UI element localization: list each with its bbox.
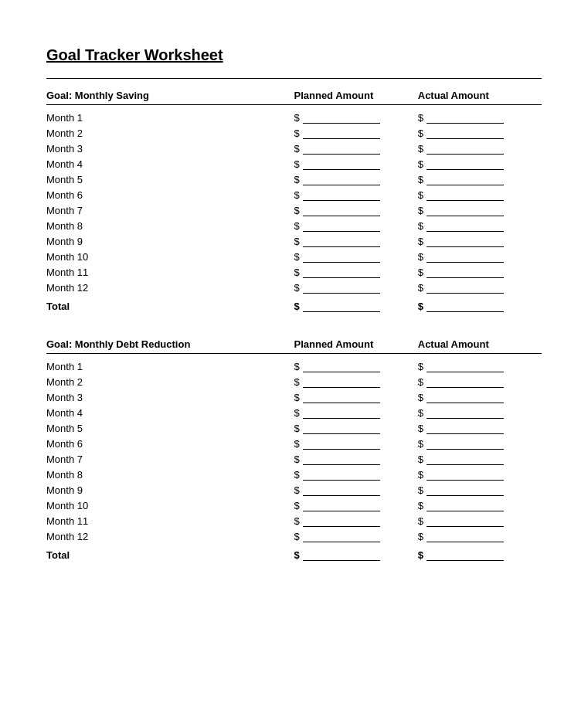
actual-field-monthly-debt-12[interactable]: $: [418, 530, 542, 542]
planned-field-monthly-debt-3[interactable]: $: [294, 391, 418, 403]
actual-field-monthly-debt-8[interactable]: $: [418, 468, 542, 481]
planned-input-line[interactable]: [303, 204, 380, 216]
planned-input-line[interactable]: [303, 360, 380, 372]
planned-field-monthly-saving-2[interactable]: $: [294, 127, 418, 139]
planned-field-monthly-debt-12[interactable]: $: [294, 530, 418, 542]
actual-input-line[interactable]: [427, 266, 504, 278]
total-planned-line[interactable]: [303, 300, 380, 312]
planned-input-line[interactable]: [303, 437, 380, 450]
planned-input-line[interactable]: [303, 391, 380, 403]
planned-input-line[interactable]: [303, 422, 380, 434]
actual-field-monthly-saving-12[interactable]: $: [418, 281, 542, 294]
actual-input-line[interactable]: [427, 453, 504, 465]
planned-field-monthly-debt-9[interactable]: $: [294, 484, 418, 496]
actual-input-line[interactable]: [427, 499, 504, 511]
total-actual-line[interactable]: [427, 549, 504, 561]
planned-field-monthly-saving-4[interactable]: $: [294, 158, 418, 170]
actual-input-line[interactable]: [427, 391, 504, 403]
actual-field-monthly-saving-11[interactable]: $: [418, 266, 542, 278]
planned-field-monthly-saving-6[interactable]: $: [294, 189, 418, 201]
planned-input-line[interactable]: [303, 111, 380, 124]
actual-input-line[interactable]: [427, 530, 504, 542]
planned-field-monthly-debt-10[interactable]: $: [294, 499, 418, 511]
planned-field-monthly-debt-5[interactable]: $: [294, 422, 418, 434]
actual-input-line[interactable]: [427, 189, 504, 201]
actual-field-monthly-saving-7[interactable]: $: [418, 204, 542, 216]
actual-input-line[interactable]: [427, 250, 504, 263]
planned-input-line[interactable]: [303, 530, 380, 542]
planned-input-line[interactable]: [303, 127, 380, 139]
actual-field-monthly-debt-2[interactable]: $: [418, 375, 542, 388]
actual-field-monthly-saving-9[interactable]: $: [418, 235, 542, 247]
planned-input-line[interactable]: [303, 499, 380, 511]
total-actual-line[interactable]: [427, 300, 504, 312]
actual-field-monthly-debt-11[interactable]: $: [418, 515, 542, 527]
actual-field-monthly-saving-1[interactable]: $: [418, 111, 542, 124]
actual-field-monthly-debt-7[interactable]: $: [418, 453, 542, 465]
actual-input-line[interactable]: [427, 515, 504, 527]
actual-field-monthly-saving-5[interactable]: $: [418, 173, 542, 185]
actual-field-monthly-saving-8[interactable]: $: [418, 219, 542, 232]
planned-field-monthly-saving-11[interactable]: $: [294, 266, 418, 278]
planned-input-line[interactable]: [303, 219, 380, 232]
actual-field-monthly-saving-4[interactable]: $: [418, 158, 542, 170]
planned-input-line[interactable]: [303, 515, 380, 527]
planned-field-monthly-saving-9[interactable]: $: [294, 235, 418, 247]
total-planned-monthly-debt[interactable]: $: [294, 549, 418, 561]
total-planned-monthly-saving[interactable]: $: [294, 300, 418, 312]
actual-field-monthly-debt-10[interactable]: $: [418, 499, 542, 511]
planned-input-line[interactable]: [303, 453, 380, 465]
actual-field-monthly-saving-3[interactable]: $: [418, 142, 542, 155]
actual-field-monthly-saving-6[interactable]: $: [418, 189, 542, 201]
planned-field-monthly-debt-6[interactable]: $: [294, 437, 418, 450]
planned-input-line[interactable]: [303, 406, 380, 419]
actual-input-line[interactable]: [427, 173, 504, 185]
planned-field-monthly-saving-12[interactable]: $: [294, 281, 418, 294]
planned-field-monthly-debt-7[interactable]: $: [294, 453, 418, 465]
actual-input-line[interactable]: [427, 484, 504, 496]
actual-field-monthly-debt-4[interactable]: $: [418, 406, 542, 419]
actual-input-line[interactable]: [427, 422, 504, 434]
actual-field-monthly-debt-6[interactable]: $: [418, 437, 542, 450]
actual-input-line[interactable]: [427, 360, 504, 372]
planned-field-monthly-debt-11[interactable]: $: [294, 515, 418, 527]
total-actual-monthly-debt[interactable]: $: [418, 549, 542, 561]
total-actual-monthly-saving[interactable]: $: [418, 300, 542, 312]
planned-input-line[interactable]: [303, 142, 380, 155]
actual-input-line[interactable]: [427, 281, 504, 294]
planned-input-line[interactable]: [303, 235, 380, 247]
planned-field-monthly-debt-2[interactable]: $: [294, 375, 418, 388]
planned-field-monthly-debt-8[interactable]: $: [294, 468, 418, 481]
planned-field-monthly-saving-10[interactable]: $: [294, 250, 418, 263]
planned-input-line[interactable]: [303, 375, 380, 388]
total-planned-line[interactable]: [303, 549, 380, 561]
planned-input-line[interactable]: [303, 173, 380, 185]
actual-input-line[interactable]: [427, 375, 504, 388]
planned-input-line[interactable]: [303, 158, 380, 170]
actual-input-line[interactable]: [427, 127, 504, 139]
actual-input-line[interactable]: [427, 235, 504, 247]
planned-field-monthly-saving-8[interactable]: $: [294, 219, 418, 232]
actual-input-line[interactable]: [427, 468, 504, 481]
actual-field-monthly-saving-10[interactable]: $: [418, 250, 542, 263]
actual-field-monthly-debt-3[interactable]: $: [418, 391, 542, 403]
actual-input-line[interactable]: [427, 158, 504, 170]
planned-field-monthly-saving-7[interactable]: $: [294, 204, 418, 216]
actual-input-line[interactable]: [427, 406, 504, 419]
actual-input-line[interactable]: [427, 142, 504, 155]
planned-input-line[interactable]: [303, 484, 380, 496]
planned-field-monthly-saving-5[interactable]: $: [294, 173, 418, 185]
planned-field-monthly-debt-1[interactable]: $: [294, 360, 418, 372]
actual-input-line[interactable]: [427, 219, 504, 232]
actual-input-line[interactable]: [427, 437, 504, 450]
actual-field-monthly-debt-9[interactable]: $: [418, 484, 542, 496]
actual-input-line[interactable]: [427, 111, 504, 124]
planned-field-monthly-debt-4[interactable]: $: [294, 406, 418, 419]
planned-input-line[interactable]: [303, 281, 380, 294]
actual-input-line[interactable]: [427, 204, 504, 216]
planned-field-monthly-saving-3[interactable]: $: [294, 142, 418, 155]
actual-field-monthly-debt-1[interactable]: $: [418, 360, 542, 372]
planned-input-line[interactable]: [303, 468, 380, 481]
planned-field-monthly-saving-1[interactable]: $: [294, 111, 418, 124]
actual-field-monthly-saving-2[interactable]: $: [418, 127, 542, 139]
